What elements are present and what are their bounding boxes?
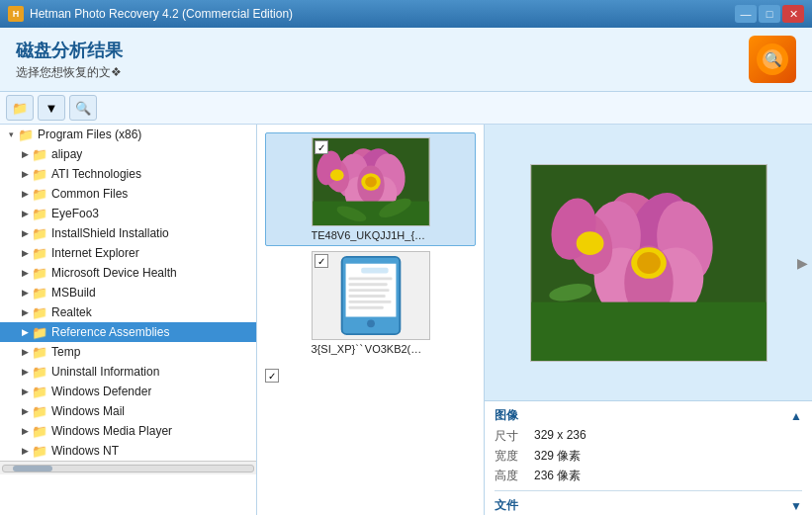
tree-item[interactable]: ▶ 📁 Windows Defender	[0, 382, 256, 401]
toolbar-filter-button[interactable]: ▼	[38, 95, 65, 121]
folder-icon: 📁	[32, 147, 47, 162]
svg-rect-23	[348, 277, 392, 280]
file-checkbox[interactable]: ✓	[315, 140, 328, 154]
tree-item[interactable]: ▶ 📁 InstallShield Installatio	[0, 223, 256, 243]
tree-item-arrow: ▶	[18, 406, 32, 416]
tree-item-arrow: ▶	[18, 268, 32, 278]
preview-scroll-right[interactable]: ▶	[797, 255, 808, 271]
window-controls: — □ ✕	[735, 5, 804, 23]
file-section-label: 文件	[495, 497, 518, 514]
info-section-divider	[495, 490, 802, 491]
toolbar-search-button[interactable]: 🔍	[69, 95, 97, 121]
svg-rect-26	[348, 295, 385, 298]
info-label: 高度	[495, 468, 534, 484]
logo-icon: 🔍	[755, 42, 790, 77]
tree-item-label: Windows Defender	[51, 385, 151, 398]
file-name: TE48V6_UKQJJ1H_{GNA_%(....	[312, 229, 430, 241]
tree-item-arrow: ▶	[18, 307, 32, 317]
tree-item-arrow: ▶	[18, 367, 32, 377]
large-preview-image	[530, 164, 767, 362]
tree-item-arrow: ▶	[18, 426, 32, 436]
toolbar-folder-button[interactable]: 📁	[6, 95, 34, 121]
tree-item-label: Windows NT	[51, 444, 119, 458]
bottom-checkbox-area: ✓	[265, 369, 476, 383]
tree-item[interactable]: ▶ 📁 Internet Explorer	[0, 243, 256, 263]
file-section-collapse[interactable]: ▼	[790, 499, 802, 513]
tree-item-arrow: ▶	[18, 347, 32, 357]
tree-item[interactable]: ▶ 📁 alipay	[0, 144, 256, 164]
folder-icon: 📁	[32, 325, 47, 340]
file-pane[interactable]: ✓ TE48V6_UKQJJ1H_{GNA_%(.... ✓	[257, 125, 485, 515]
tree-item[interactable]: ▶ 📁 Windows NT	[0, 441, 256, 461]
folder-icon: 📁	[32, 266, 47, 281]
folder-icon: 📁	[32, 345, 47, 360]
tree-item[interactable]: ▶ 📁 ATI Technologies	[0, 164, 256, 184]
tree-item-arrow: ▶	[18, 248, 32, 258]
flower-preview-svg	[531, 165, 767, 361]
tree-item-arrow: ▶	[18, 288, 32, 298]
tree-item[interactable]: ▶ 📁 Reference Assemblies	[0, 322, 256, 342]
tree-item-arrow: ▶	[18, 209, 32, 218]
svg-point-15	[329, 169, 343, 181]
file-item[interactable]: ✓ TE48V6_UKQJJ1H_{GNA_%(....	[265, 132, 476, 246]
tree-item[interactable]: ▶ 📁 Temp	[0, 342, 256, 362]
title-bar: H Hetman Photo Recovery 4.2 (Commercial …	[0, 0, 812, 28]
tree-item[interactable]: ▶ 📁 Uninstall Information	[0, 362, 256, 382]
tree-horizontal-scrollbar[interactable]	[0, 461, 256, 474]
tree-item[interactable]: ▶ 📁 Realtek	[0, 302, 256, 322]
info-section-header[interactable]: 图像 ▲	[495, 407, 802, 424]
svg-rect-46	[531, 301, 767, 360]
folder-icon: 📁	[32, 365, 47, 380]
file-item[interactable]: ✓ 3{SI_XP}`ˋVO3KB2(@DR4HE....	[265, 246, 476, 361]
bottom-checkbox[interactable]: ✓	[265, 369, 279, 383]
preview-pane: ▶ 图像 ▲ 尺寸 329 x 236 宽度 329 像素 高度 236 像素 …	[485, 125, 812, 515]
svg-rect-16	[313, 202, 428, 225]
info-label: 宽度	[495, 448, 534, 465]
svg-rect-24	[348, 283, 387, 286]
tree-item-label: Windows Mail	[51, 404, 125, 418]
tree-item[interactable]: ▶ 📁 Microsoft Device Health	[0, 263, 256, 283]
minimize-button[interactable]: —	[735, 5, 757, 23]
folder-icon: 📁	[32, 226, 47, 241]
tree-item-label: InstallShield Installatio	[51, 226, 169, 240]
tree-item-arrow: ▶	[18, 149, 32, 159]
tree-item-label: alipay	[51, 147, 82, 161]
info-row: 宽度 329 像素	[495, 448, 802, 465]
tree-item[interactable]: ▶ 📁 Windows Media Player	[0, 421, 256, 441]
folder-icon: 📁	[32, 424, 47, 439]
svg-point-39	[637, 252, 661, 274]
folder-icon: 📁	[32, 286, 47, 300]
tree-pane[interactable]: ▾ 📁 Program Files (x86) ▶ 📁 alipay ▶ 📁 A…	[0, 125, 257, 515]
file-checkbox[interactable]: ✓	[315, 254, 328, 268]
tree-item[interactable]: ▶ 📁 Common Files	[0, 184, 256, 204]
info-row: 尺寸 329 x 236	[495, 428, 802, 445]
tree-item-arrow: ▶	[18, 228, 32, 238]
file-thumbnail: ✓	[312, 251, 430, 340]
maximize-button[interactable]: □	[759, 5, 780, 23]
tree-item[interactable]: ▶ 📁 EyeFoo3	[0, 204, 256, 223]
tree-item-arrow: ▶	[18, 169, 32, 179]
tree-item[interactable]: ▶ 📁 Windows Mail	[0, 401, 256, 421]
file-section-header[interactable]: 文件 ▼	[495, 497, 802, 514]
toolbar: 📁 ▼ 🔍	[0, 92, 812, 125]
folder-icon: 📁	[32, 385, 47, 399]
close-button[interactable]: ✕	[782, 5, 804, 23]
tree-item-label: Windows Media Player	[51, 424, 172, 438]
tree-item-label: MSBuild	[51, 286, 96, 300]
info-section-collapse[interactable]: ▲	[790, 409, 802, 423]
header-logo: 🔍	[749, 36, 796, 83]
folder-icon: 📁	[32, 207, 47, 221]
tree-root-label: Program Files (x86)	[38, 128, 141, 141]
tree-item[interactable]: ▶ 📁 MSBuild	[0, 283, 256, 302]
info-panel: 图像 ▲ 尺寸 329 x 236 宽度 329 像素 高度 236 像素 文件…	[485, 401, 812, 515]
info-section-label: 图像	[495, 407, 518, 424]
tree-item-label: Internet Explorer	[51, 246, 139, 260]
scroll-thumb	[13, 466, 52, 472]
folder-icon: 📁	[32, 167, 47, 182]
folder-icon: 📁	[18, 128, 34, 142]
tree-root[interactable]: ▾ 📁 Program Files (x86)	[0, 125, 256, 144]
folder-icon: 📁	[32, 404, 47, 419]
app-icon: H	[8, 6, 24, 22]
main-content: ▾ 📁 Program Files (x86) ▶ 📁 alipay ▶ 📁 A…	[0, 125, 812, 515]
tree-item-label: ATI Technologies	[51, 167, 141, 181]
